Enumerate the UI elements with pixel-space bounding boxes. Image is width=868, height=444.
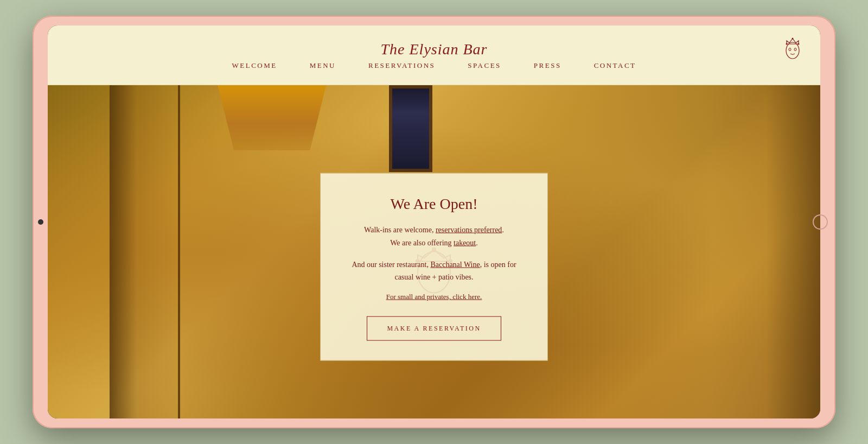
modal-text-period1: . <box>502 226 504 234</box>
private-events-link[interactable]: For small and privates, click here. <box>344 293 524 301</box>
nav-item-menu[interactable]: MENU <box>310 61 336 70</box>
arch-left <box>110 85 180 418</box>
hero-section: We Are Open! Walk-ins are welcome, reser… <box>48 85 820 418</box>
main-nav: WELCOME MENU RESERVATIONS SPACES PRESS C… <box>232 61 636 70</box>
modal-text-sister: And our sister restaurant, <box>352 260 430 268</box>
nav-item-contact[interactable]: CONTACT <box>594 61 636 70</box>
svg-point-5 <box>798 43 800 45</box>
modal-text-period2: . <box>476 238 478 246</box>
camera-dot <box>38 219 43 225</box>
svg-point-2 <box>794 48 796 51</box>
tablet-screen: The Elysian Bar <box>48 26 820 418</box>
face-icon <box>781 33 804 63</box>
modal-body-2: And our sister restaurant, Bacchanal Win… <box>344 258 524 284</box>
make-reservation-button[interactable]: MAKE A RESERVATION <box>367 316 501 341</box>
tablet-frame: The Elysian Bar <box>33 16 835 428</box>
takeout-link[interactable]: takeout <box>454 238 476 246</box>
svg-point-0 <box>786 42 799 59</box>
nav-item-spaces[interactable]: SPACES <box>468 61 501 70</box>
reservations-link[interactable]: reservations preferred <box>436 226 502 234</box>
bacchanal-link[interactable]: Bacchanal Wine <box>430 260 480 268</box>
curtain-top <box>218 85 326 150</box>
svg-point-4 <box>792 38 794 40</box>
arch-right <box>712 85 820 418</box>
welcome-modal: We Are Open! Walk-ins are welcome, reser… <box>320 173 548 361</box>
site-wrapper: The Elysian Bar <box>48 26 820 418</box>
modal-text-walkins: Walk-ins are welcome, <box>364 226 436 234</box>
modal-title: We Are Open! <box>344 195 524 213</box>
window-center <box>389 85 432 172</box>
svg-point-3 <box>786 43 788 45</box>
svg-point-1 <box>789 48 791 51</box>
logo-area: The Elysian Bar <box>381 41 488 58</box>
site-logo[interactable]: The Elysian Bar <box>381 41 488 58</box>
logo-icon <box>781 33 804 63</box>
nav-item-welcome[interactable]: WELCOME <box>232 61 277 70</box>
nav-item-reservations[interactable]: RESERVATIONS <box>368 61 435 70</box>
nav-item-press[interactable]: PRESS <box>534 61 561 70</box>
modal-body-1: Walk-ins are welcome, reservations prefe… <box>344 224 524 250</box>
modal-text-offering: We are also offering <box>390 238 454 246</box>
home-button[interactable] <box>813 214 828 230</box>
header: The Elysian Bar <box>48 26 820 85</box>
